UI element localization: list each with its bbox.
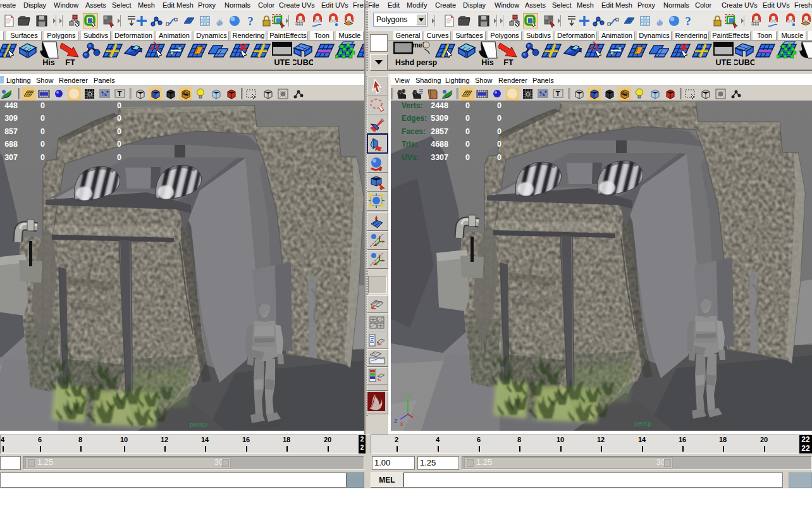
svg-text:0: 0 [40,114,45,123]
svg-text:0: 0 [40,101,45,110]
svg-text:Tris:: Tris: [402,140,417,149]
svg-text:FT: FT [503,58,514,67]
svg-text:0: 0 [117,101,121,110]
svg-text:CUBO: CUBO [293,58,313,67]
svg-text:mel: mel [412,41,424,49]
svg-text:2448: 2448 [431,101,448,110]
svg-text:0: 0 [465,140,470,149]
svg-text:Edges:: Edges: [402,114,427,123]
svg-text:FT: FT [65,58,75,67]
svg-text:Faces:: Faces: [402,127,426,136]
svg-text:307: 307 [4,153,18,162]
svg-text:His: His [42,58,55,67]
svg-text:UTE: UTE [274,58,290,67]
svg-text:0: 0 [497,127,501,136]
svg-text:0: 0 [40,140,45,149]
svg-text:0: 0 [465,101,470,110]
svg-text:persp: persp [190,421,207,428]
svg-text:4688: 4688 [431,140,448,149]
svg-text:Verts:: Verts: [402,101,422,110]
svg-text:T: T [556,90,560,97]
svg-text:0: 0 [497,101,501,110]
svg-text:T: T [118,90,122,97]
svg-text:0: 0 [465,114,470,123]
svg-text:5309: 5309 [431,114,448,123]
svg-text:CUBO: CUBO [734,58,754,67]
svg-text:UTE: UTE [716,58,732,67]
svg-text:309: 309 [4,114,18,123]
svg-text:z: z [394,417,398,424]
svg-text:0: 0 [497,153,501,162]
svg-text:?: ? [247,15,254,28]
svg-text:0: 0 [40,127,45,136]
svg-text:0: 0 [117,114,121,123]
svg-text:0: 0 [497,114,501,123]
svg-text:0: 0 [40,153,45,162]
svg-text:0: 0 [465,127,470,136]
svg-text:0: 0 [465,153,470,162]
svg-text:0: 0 [117,153,121,162]
svg-text:3307: 3307 [431,153,448,162]
svg-text:y: y [407,392,410,399]
svg-text:2857: 2857 [431,127,448,136]
svg-text:0: 0 [117,140,121,149]
svg-text:688: 688 [4,140,18,149]
svg-text:?: ? [685,15,691,28]
svg-text:857: 857 [4,127,18,136]
svg-text:x: x [400,421,403,427]
svg-text:0: 0 [117,127,121,136]
svg-text:persp: persp [634,419,652,427]
svg-text:0: 0 [497,140,501,149]
svg-text:UVs:: UVs: [402,153,419,162]
svg-text:448: 448 [4,101,18,110]
svg-text:His: His [481,58,494,67]
